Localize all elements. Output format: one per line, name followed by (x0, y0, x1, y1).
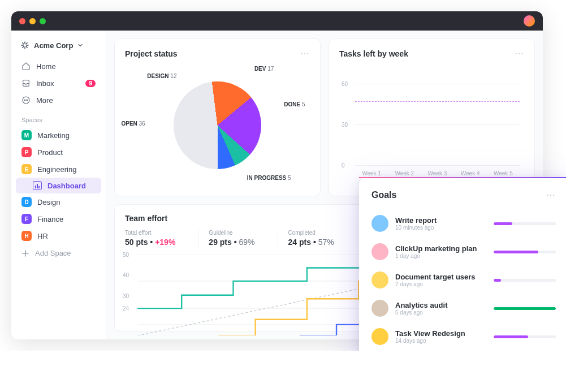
user-avatar[interactable] (524, 15, 535, 27)
goal-subtitle: 10 minutes ago (395, 225, 487, 231)
add-space-label: Add Space (35, 249, 71, 257)
space-badge-icon: D (21, 197, 32, 207)
x-label: Week 3 (428, 170, 447, 176)
nav-home[interactable]: Home (16, 58, 101, 75)
space-label: Design (37, 198, 60, 206)
sidebar-item-dashboard[interactable]: Dashboard (16, 178, 101, 193)
goal-row[interactable]: Analytics audit 5 days ago (371, 294, 556, 322)
minimize-window-button[interactable] (29, 18, 36, 24)
pie-label-design: DESIGN 12 (147, 73, 176, 79)
y-tick: 60 (342, 81, 348, 87)
add-space-button[interactable]: Add Space (16, 244, 101, 262)
goal-title: Write report (395, 216, 487, 225)
stat-label: Completed (288, 230, 334, 236)
card-title: Goals (371, 190, 396, 200)
card-title: Project status (125, 49, 178, 58)
stat-completed: Completed 24 pts • 57% (278, 230, 334, 247)
y-tick: 30 (123, 292, 129, 299)
svg-line-6 (26, 43, 27, 44)
card-title: Tasks left by week (339, 49, 408, 58)
pie-label-dev: DEV 17 (254, 66, 274, 72)
stat-value: 50 pts (125, 238, 148, 247)
stat-label: Guideline (209, 230, 254, 236)
progress-bar (494, 251, 556, 253)
nav-inbox[interactable]: Inbox 9 (16, 75, 101, 92)
close-window-button[interactable] (19, 18, 25, 24)
workspace-logo-icon (20, 41, 29, 50)
avatar (371, 215, 388, 232)
goal-title: Task View Redesign (395, 329, 487, 338)
nav-label: Home (36, 62, 56, 71)
card-menu-button[interactable]: ⋯ (300, 48, 310, 59)
pie-label-done: DONE 5 (284, 101, 305, 107)
progress-bar (494, 222, 556, 225)
titlebar (11, 11, 543, 31)
card-title: Team effort (125, 214, 167, 223)
tasks-left-card: Tasks left by week ⋯ 03060 Week 1Week 2W… (329, 38, 535, 196)
project-status-card: Project status ⋯ OPEN 36DESIGN 12DEV 17D… (114, 38, 321, 196)
stat-value: 29 pts (209, 238, 231, 247)
spaces-heading: Spaces (16, 109, 101, 127)
x-label: Week 4 (461, 170, 480, 176)
stat-delta: +19% (155, 238, 175, 247)
stat-pct: 57% (318, 238, 334, 247)
goal-subtitle: 1 day ago (395, 253, 487, 259)
card-menu-button[interactable]: ⋯ (515, 48, 524, 59)
stat-value: 24 pts (288, 238, 311, 247)
nav-more[interactable]: More (16, 92, 101, 109)
space-label: Marketing (37, 131, 70, 140)
space-label: Engineering (37, 165, 76, 174)
svg-point-11 (27, 100, 28, 100)
svg-point-10 (25, 100, 26, 100)
dashboard-icon (33, 181, 42, 190)
sidebar-space-hr[interactable]: HHR (16, 227, 101, 244)
goal-title: ClickUp marketing plan (395, 244, 487, 253)
sidebar-space-product[interactable]: PProduct (16, 144, 101, 161)
home-icon (21, 62, 31, 71)
space-label: HR (37, 232, 48, 240)
avatar (371, 243, 388, 260)
more-icon (21, 96, 31, 105)
pie-label-open: OPEN 36 (121, 120, 145, 127)
goal-row[interactable]: Document target users 2 days ago (371, 266, 556, 294)
pie-chart: OPEN 36DESIGN 12DEV 17DONE 5IN PROGRESS … (125, 66, 310, 184)
maximize-window-button[interactable] (40, 18, 46, 24)
goal-title: Analytics audit (395, 301, 487, 309)
x-label: Week 2 (395, 170, 414, 176)
chevron-down-icon (77, 42, 83, 48)
x-label: Week 5 (494, 170, 513, 176)
card-menu-button[interactable]: ⋯ (546, 189, 556, 200)
nav-label: Inbox (36, 79, 54, 88)
goal-row[interactable]: ClickUp marketing plan 1 day ago (371, 238, 556, 266)
goal-subtitle: 2 days ago (395, 281, 487, 287)
space-badge-icon: H (21, 231, 32, 241)
y-tick: 0 (342, 162, 345, 169)
goal-subtitle: 5 days ago (395, 309, 487, 316)
plus-icon (21, 249, 29, 257)
svg-line-7 (23, 46, 24, 48)
bar-chart: 03060 Week 1Week 2Week 3Week 4Week 5 (339, 66, 524, 179)
goal-subtitle: 14 days ago (395, 338, 487, 344)
x-label: Week 1 (362, 170, 381, 176)
space-label: Product (37, 148, 63, 157)
space-badge-icon: P (21, 147, 32, 157)
workspace-switcher[interactable]: Acme Corp (16, 37, 101, 53)
y-tick: 24 (123, 305, 129, 311)
goals-card: Goals ⋯ Write report 10 minutes ago Clic… (359, 177, 566, 351)
sidebar-space-design[interactable]: DDesign (16, 193, 101, 210)
avatar (371, 272, 388, 288)
sidebar-space-finance[interactable]: FFinance (16, 210, 101, 227)
y-tick: 30 (342, 122, 348, 128)
inbox-icon (21, 79, 31, 88)
goal-row[interactable]: Write report 10 minutes ago (371, 209, 556, 238)
goal-row[interactable]: Task View Redesign 14 days ago (371, 322, 556, 351)
sidebar-space-marketing[interactable]: MMarketing (16, 127, 101, 144)
sidebar-space-engineering[interactable]: EEngineering (16, 161, 101, 178)
space-badge-icon: F (21, 214, 32, 224)
space-badge-icon: M (21, 130, 32, 140)
svg-line-5 (26, 46, 27, 48)
progress-bar (494, 335, 556, 338)
y-tick: 40 (123, 272, 129, 278)
pie-label-in-progress: IN PROGRESS 5 (247, 175, 291, 181)
inbox-badge: 9 (85, 80, 96, 87)
